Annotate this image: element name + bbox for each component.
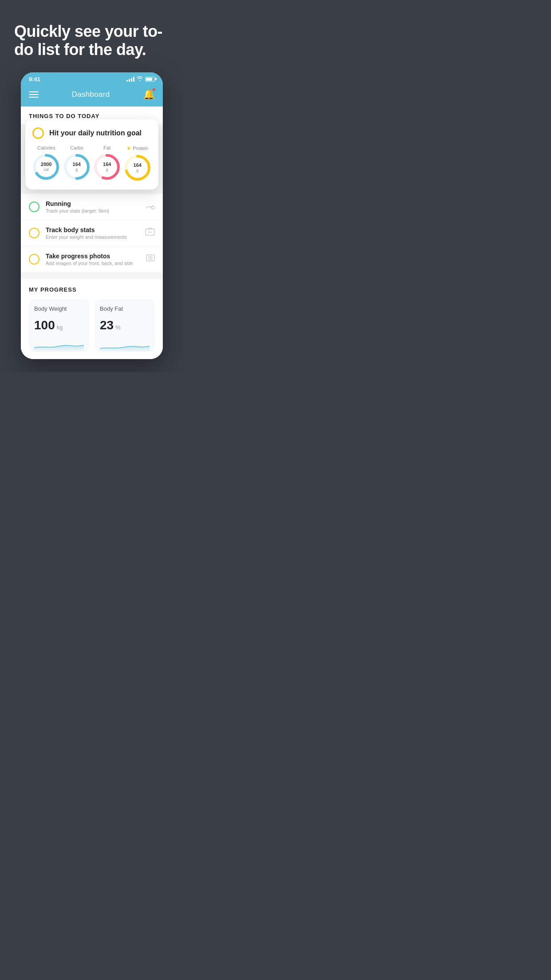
body-stats-subtitle: Enter your weight and measurements bbox=[46, 234, 139, 240]
battery-icon bbox=[145, 77, 155, 82]
photos-checkbox[interactable] bbox=[29, 254, 39, 265]
body-fat-chart bbox=[100, 339, 150, 352]
status-bar: 9:41 bbox=[21, 72, 163, 84]
protein-ring: 164 g bbox=[124, 154, 151, 182]
todo-list: Running Track your stats (target: 5km) bbox=[21, 194, 163, 272]
hero-title: Quickly see your to-do list for the day. bbox=[14, 22, 169, 59]
wifi-icon bbox=[137, 76, 143, 82]
body-weight-unit: kg bbox=[57, 324, 63, 331]
body-stats-title: Track body stats bbox=[46, 226, 139, 233]
nutrition-item-calories: Calories 2000 cal bbox=[32, 145, 60, 182]
svg-point-13 bbox=[150, 257, 151, 259]
todo-item-body-stats[interactable]: Track body stats Enter your weight and m… bbox=[21, 220, 163, 246]
body-fat-value: 23 bbox=[100, 318, 114, 332]
running-subtitle: Track your stats (target: 5km) bbox=[46, 208, 138, 213]
protein-label: ★ Protein bbox=[126, 145, 148, 151]
nutrition-card-title: Hit your daily nutrition goal bbox=[49, 129, 142, 137]
nav-title: Dashboard bbox=[72, 90, 110, 99]
notification-dot bbox=[152, 88, 156, 91]
progress-header: MY PROGRESS bbox=[29, 286, 155, 293]
status-icons bbox=[126, 76, 155, 82]
fat-label: Fat bbox=[103, 145, 110, 150]
nutrition-item-fat: Fat 164 g bbox=[93, 145, 121, 182]
photos-title: Take progress photos bbox=[46, 253, 140, 260]
running-checkbox[interactable] bbox=[29, 202, 39, 212]
running-icon bbox=[144, 202, 155, 212]
body-weight-value: 100 bbox=[34, 318, 55, 332]
page-wrapper: Quickly see your to-do list for the day.… bbox=[0, 0, 184, 372]
nav-bar: Dashboard 🔔 bbox=[21, 84, 163, 107]
running-title: Running bbox=[46, 200, 138, 207]
body-weight-card[interactable]: Body Weight 100 kg bbox=[29, 299, 89, 352]
progress-grid: Body Weight 100 kg bbox=[29, 299, 155, 352]
body-fat-title: Body Fat bbox=[100, 305, 150, 312]
body-weight-title: Body Weight bbox=[34, 305, 84, 312]
progress-section: MY PROGRESS Body Weight 100 kg bbox=[21, 279, 163, 359]
scale-icon bbox=[145, 227, 155, 238]
fat-ring: 164 g bbox=[93, 153, 121, 181]
phone-content: THINGS TO DO TODAY Hit your daily nutrit… bbox=[21, 107, 163, 359]
photos-subtitle: Add images of your front, back, and side bbox=[46, 261, 140, 266]
calories-label: Calories bbox=[37, 145, 55, 150]
nutrition-grid: Calories 2000 cal bbox=[32, 145, 151, 182]
photo-icon bbox=[146, 253, 155, 265]
todo-item-running[interactable]: Running Track your stats (target: 5km) bbox=[21, 194, 163, 220]
hero-section: Quickly see your to-do list for the day. bbox=[0, 0, 184, 72]
nutrition-checkbox[interactable] bbox=[32, 127, 44, 139]
carbs-label: Carbs bbox=[70, 145, 83, 150]
star-icon: ★ bbox=[126, 145, 131, 151]
signal-icon bbox=[126, 76, 134, 82]
todo-item-photos[interactable]: Take progress photos Add images of your … bbox=[21, 246, 163, 272]
carbs-ring: 164 g bbox=[63, 153, 91, 181]
nutrition-item-protein: ★ Protein 164 g bbox=[124, 145, 152, 182]
notification-bell[interactable]: 🔔 bbox=[143, 89, 155, 100]
svg-point-8 bbox=[151, 206, 155, 209]
nutrition-item-carbs: Carbs 164 g bbox=[63, 145, 91, 182]
phone-mockup: 9:41 bbox=[21, 72, 163, 359]
calories-ring: 2000 cal bbox=[32, 153, 60, 181]
hamburger-menu[interactable] bbox=[29, 91, 39, 98]
status-time: 9:41 bbox=[29, 76, 40, 83]
body-weight-chart bbox=[34, 339, 84, 352]
body-fat-unit: % bbox=[115, 324, 121, 331]
body-stats-checkbox[interactable] bbox=[29, 228, 39, 238]
body-fat-card[interactable]: Body Fat 23 % bbox=[94, 299, 155, 352]
nutrition-card: Hit your daily nutrition goal Calories bbox=[25, 119, 158, 190]
